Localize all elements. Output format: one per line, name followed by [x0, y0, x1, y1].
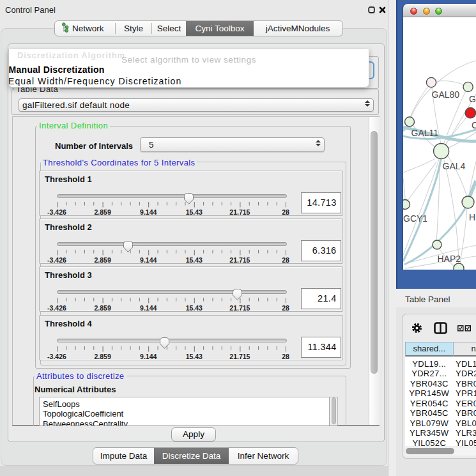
svg-text:GAL4: GAL4	[443, 161, 466, 171]
svg-text:HAP2: HAP2	[438, 254, 461, 264]
svg-text:GAL80: GAL80	[432, 89, 460, 100]
svg-text:C: C	[472, 120, 476, 130]
svg-text:GA: GA	[469, 94, 476, 104]
svg-text:H: H	[469, 212, 475, 222]
svg-text:GAL11: GAL11	[411, 128, 439, 138]
svg-text:GCY1: GCY1	[403, 213, 427, 224]
